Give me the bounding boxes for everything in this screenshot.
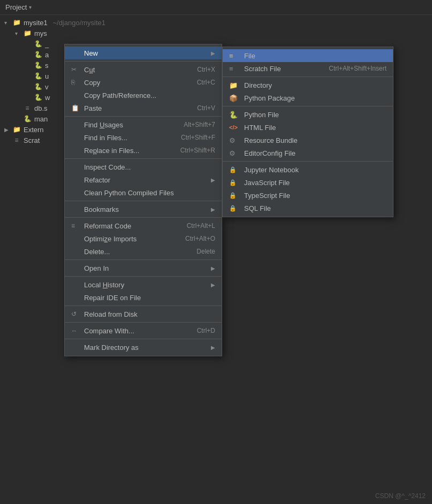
cut-shortcut: Ctrl+X [197,66,215,73]
menu-item-delete[interactable]: Delete... Delete [65,245,222,258]
optimize-imports-shortcut: Ctrl+Alt+O [185,235,215,242]
sep9 [65,322,222,323]
py6-icon: 🐍 [33,93,43,102]
mark-dir-label: Mark Directory as [84,343,208,352]
refactor-arrow-icon: ▶ [211,177,215,183]
submenu-item-scratch[interactable]: ≡ Scratch File Ctrl+Alt+Shift+Insert [223,62,393,75]
copy-icon: ⎘ [71,79,81,86]
replace-in-files-label: Replace in Files... [84,147,174,155]
menu-item-refactor[interactable]: Refactor ▶ [65,173,222,186]
scratch-shortcut: Ctrl+Alt+Shift+Insert [329,65,386,72]
py3-icon: 🐍 [33,61,43,70]
scratch-label: Scratch File [244,65,329,73]
submenu-item-python-package[interactable]: 📦 Python Package [223,91,393,104]
menu-item-optimize-imports[interactable]: Optimize Imports Ctrl+Alt+O [65,232,222,245]
html-file-label: HTML File [244,124,386,132]
submenu-item-html[interactable]: </> HTML File [223,121,393,134]
new-arrow-icon: ▶ [211,50,215,56]
project-panel: Project ▾ ▾ 📁 mysite1 ~/django/mysite1 ▾… [0,0,432,504]
submenu-sep2 [223,106,393,106]
mys-folder-icon: 📁 [22,29,32,37]
py5-icon: 🐍 [33,82,43,91]
submenu-item-sql[interactable]: 🔒 SQL File [223,202,393,215]
submenu-sep1 [223,77,393,77]
paste-icon: 📋 [71,104,81,112]
menu-item-open-in[interactable]: Open In ▶ [65,262,222,274]
submenu-item-typescript[interactable]: 🔒 TypeScript File [223,189,393,202]
copy-path-label: Copy Path/Reference... [84,91,215,100]
db-label: db.s [34,104,48,112]
external-arrow-icon: ▶ [4,127,12,133]
submenu-item-resource[interactable]: ⚙ Resource Bundle [223,134,393,147]
py2-icon: 🐍 [33,50,43,59]
delete-label: Delete... [84,248,190,256]
compare-label: Compare With... [84,327,191,335]
sep10 [65,339,222,339]
typescript-icon: 🔒 [229,192,240,199]
mys-arrow-icon: ▾ [15,30,22,36]
root-label: mysite1 ~/django/mysite1 [24,19,105,27]
tree-root[interactable]: ▾ 📁 mysite1 ~/django/mysite1 [0,17,432,28]
reformat-icon: ≡ [71,222,81,230]
resource-icon: ⚙ [229,136,240,144]
open-in-arrow-icon: ▶ [211,265,215,271]
refactor-label: Refactor [84,176,208,184]
find-usages-shortcut: Alt+Shift+7 [184,121,215,128]
python-file-label: Python File [244,111,386,119]
mark-dir-arrow-icon: ▶ [211,345,215,350]
jupyter-label: Jupyter Notebook [244,166,386,174]
submenu-item-directory[interactable]: 📁 Directory [223,79,393,91]
submenu-item-javascript[interactable]: 🔒 JavaScript File [223,176,393,189]
watermark-text: CSDN @^_^2412 [375,492,426,500]
menu-item-compare[interactable]: ↔ Compare With... Ctrl+D [65,324,222,337]
bookmarks-label: Bookmarks [84,205,208,213]
reformat-shortcut: Ctrl+Alt+L [187,222,215,230]
copy-shortcut: Ctrl+C [197,79,215,86]
find-usages-label: Find Usages [84,121,177,129]
menu-item-paste[interactable]: 📋 Paste Ctrl+V [65,102,222,114]
py6-label: w [45,94,50,102]
menu-item-repair-ide[interactable]: Repair IDE on File [65,291,222,304]
repair-ide-label: Repair IDE on File [84,294,215,302]
menu-item-bookmarks[interactable]: Bookmarks ▶ [65,203,222,216]
py1-label: _ [45,40,49,48]
menu-item-local-history[interactable]: Local History ▶ [65,278,222,291]
menu-item-reload[interactable]: ↺ Reload from Disk [65,308,222,320]
html-file-icon: </> [229,124,240,131]
tree-item-mys[interactable]: ▾ 📁 mys [0,28,432,39]
javascript-icon: 🔒 [229,179,240,186]
project-header[interactable]: Project ▾ [0,0,432,15]
submenu-item-file[interactable]: ≡ File [223,49,393,62]
menu-item-cut[interactable]: ✂ Cut Ctrl+X [65,63,222,76]
root-folder-icon: 📁 [12,18,21,27]
menu-item-reformat[interactable]: ≡ Reformat Code Ctrl+Alt+L [65,219,222,232]
external-label: Extern [24,126,44,134]
scratch-icon: ≡ [12,136,21,144]
typescript-label: TypeScript File [244,192,386,200]
submenu-item-python-file[interactable]: 🐍 Python File [223,108,393,121]
optimize-imports-label: Optimize Imports [84,235,179,243]
menu-item-find-usages[interactable]: Find Usages Alt+Shift+7 [65,118,222,131]
menu-item-mark-dir[interactable]: Mark Directory as ▶ [65,341,222,354]
submenu-item-editorconfig[interactable]: ⚙ EditorConfig File [223,147,393,159]
submenu-sep3 [223,161,393,162]
menu-item-copy[interactable]: ⎘ Copy Ctrl+C [65,76,222,89]
menu-item-new[interactable]: New ▶ ≡ File ≡ Scratch File Ctrl+Alt+Shi… [65,47,222,59]
menu-item-clean-python[interactable]: Clean Python Compiled Files [65,186,222,199]
py1-icon: 🐍 [33,40,43,48]
sep5 [65,217,222,218]
context-menu: New ▶ ≡ File ≡ Scratch File Ctrl+Alt+Shi… [64,44,222,356]
menu-item-find-in-files[interactable]: Find in Files... Ctrl+Shift+F [65,131,222,144]
py5-label: v [45,83,49,91]
menu-item-replace-in-files[interactable]: Replace in Files... Ctrl+Shift+R [65,144,222,157]
directory-label: Directory [244,81,386,89]
find-in-files-label: Find in Files... [84,134,175,142]
submenu-item-jupyter[interactable]: 🔒 Jupyter Notebook [223,163,393,176]
inspect-code-label: Inspect Code... [84,163,215,171]
compare-icon: ↔ [71,327,81,334]
paste-shortcut: Ctrl+V [197,104,215,112]
editorconfig-icon: ⚙ [229,149,240,157]
cut-icon: ✂ [71,66,81,73]
menu-item-copy-path[interactable]: Copy Path/Reference... [65,89,222,102]
menu-item-inspect-code[interactable]: Inspect Code... [65,161,222,173]
